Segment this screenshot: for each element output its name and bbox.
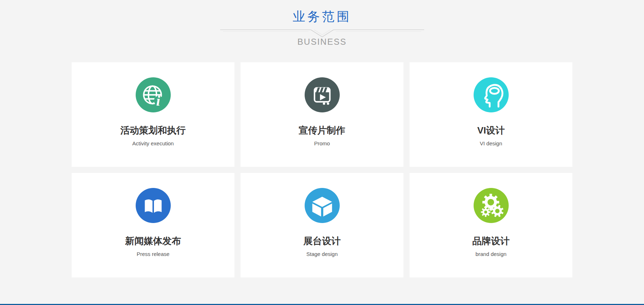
service-title: 新闻媒体发布 [72,234,234,247]
services-grid: i 活动策划和执行 Activity execution 宣传片制作 Promo [72,62,572,277]
service-card-brand-design[interactable]: 品牌设计 brand design [410,173,572,277]
service-title: 活动策划和执行 [72,124,234,137]
globe-info-icon: i [136,77,171,112]
service-subtitle: brand design [410,250,572,258]
service-card-activity-execution[interactable]: i 活动策划和执行 Activity execution [72,62,234,167]
cube-icon [305,188,340,223]
service-title: 展台设计 [241,234,403,247]
page-subtitle: BUSINESS [0,37,644,47]
service-card-promo[interactable]: 宣传片制作 Promo [241,62,403,167]
service-subtitle: VI design [410,140,572,147]
service-title: 宣传片制作 [241,124,403,137]
service-subtitle: Promo [241,140,403,147]
service-card-stage-design[interactable]: 展台设计 Stage design [241,173,403,277]
head-profile-icon [474,77,509,112]
open-book-icon [136,188,171,223]
service-card-vi-design[interactable]: VI设计 VI design [410,62,572,167]
clapperboard-icon [305,77,340,112]
business-section-header: 业务范围 BUSINESS [0,0,644,47]
service-title: VI设计 [410,124,572,137]
page-title: 业务范围 [0,9,644,24]
service-title: 品牌设计 [410,234,572,247]
svg-text:i: i [156,93,160,109]
service-subtitle: Press release [72,250,234,258]
gears-icon [474,188,509,223]
service-card-press-release[interactable]: 新闻媒体发布 Press release [72,173,234,277]
service-subtitle: Stage design [241,250,403,258]
service-subtitle: Activity execution [72,140,234,147]
